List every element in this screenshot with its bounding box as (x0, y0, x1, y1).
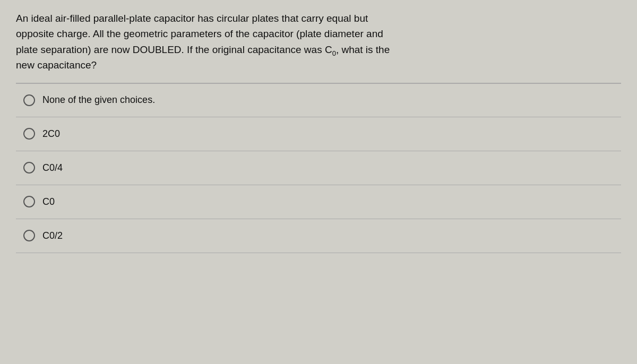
subscript-0-3: 0 (49, 162, 55, 173)
subscript-0-5: 0 (49, 230, 55, 241)
subscript-0-4: 0 (49, 196, 55, 207)
radio-c0-2[interactable] (23, 230, 35, 241)
option-2c0[interactable]: 2C0 (16, 117, 621, 151)
radio-none[interactable] (23, 94, 35, 106)
option-label-none: None of the given choices. (42, 93, 155, 107)
option-label-c0-2: C0/2 (42, 229, 63, 242)
option-c0[interactable]: C0 (16, 185, 621, 219)
question-section: An ideal air-filled parallel-plate capac… (16, 11, 621, 253)
option-label-c0-4: C0/4 (42, 161, 63, 175)
question-text: An ideal air-filled parallel-plate capac… (16, 11, 621, 73)
subscript-0-1: 0 (332, 49, 336, 57)
main-container: An ideal air-filled parallel-plate capac… (16, 11, 621, 253)
radio-c0[interactable] (23, 196, 35, 207)
subscript-0-2: 0 (55, 128, 60, 139)
radio-2c0[interactable] (23, 128, 35, 140)
radio-c0-4[interactable] (23, 162, 35, 174)
option-label-2c0: 2C0 (42, 127, 60, 141)
option-none[interactable]: None of the given choices. (16, 83, 621, 117)
option-c0-4[interactable]: C0/4 (16, 151, 621, 185)
option-c0-2[interactable]: C0/2 (16, 219, 621, 253)
options-list: None of the given choices. 2C0 C0/4 C0 C… (16, 83, 621, 253)
option-label-c0: C0 (42, 195, 55, 209)
